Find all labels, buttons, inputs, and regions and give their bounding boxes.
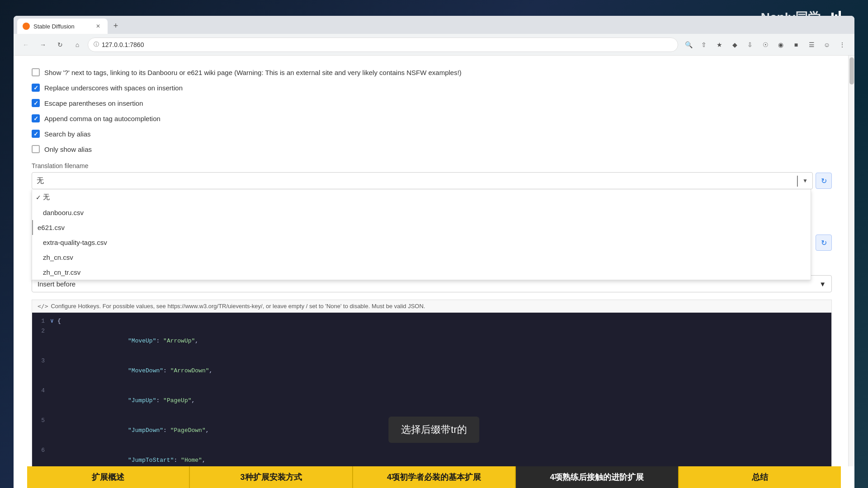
reload-button[interactable]: ↻	[53, 38, 67, 52]
show-question-mark-label: Show '?' next to tags, linking to its Da…	[44, 69, 462, 76]
tab-title: Stable Diffusion	[33, 23, 90, 30]
line-content-4: "JumpUp": "PageUp",	[57, 386, 831, 416]
dropdown-item-e621[interactable]: e621.csv	[32, 220, 811, 235]
line-indicator-1: ∨	[50, 316, 57, 326]
translation-dropdown-field: 无 │ ▼ ↻	[32, 172, 832, 189]
refresh-button-1[interactable]: ↻	[816, 173, 832, 189]
dropdown-item-zh-cn[interactable]: zh_cn.csv	[32, 250, 811, 265]
append-comma-checkbox[interactable]	[32, 114, 40, 122]
only-show-alias-label: Only show alias	[44, 145, 92, 153]
scrollbar-thumb[interactable]	[849, 57, 854, 84]
nav-actions: 🔍 ⇧ ★ ◆ ⇩ ☉ ◉ ■ ☰ ☺ ⋮	[682, 38, 849, 52]
line-content-1: {	[57, 316, 831, 326]
bottom-bar: 扩展概述 3种扩展安装方式 4项初学者必装的基本扩展 4项熟练后接触的进阶扩展 …	[27, 466, 841, 488]
extension-icon-2[interactable]: ⇩	[743, 38, 757, 52]
bottom-item-basic[interactable]: 4项初学者必装的基本扩展	[353, 466, 516, 488]
line-indicator-3	[50, 356, 57, 386]
line-indicator-2	[50, 326, 57, 356]
security-icon: ⓘ	[94, 41, 99, 48]
bottom-item-advanced[interactable]: 4项熟练后接触的进阶扩展	[516, 466, 679, 488]
bottom-item-install[interactable]: 3种扩展安装方式	[190, 466, 353, 488]
nav-bar: ← → ↻ ⌂ ⓘ 127.0.0.1:7860 🔍 ⇧ ★ ◆ ⇩ ☉ ◉ ■…	[14, 34, 854, 56]
only-show-alias-row: Only show alias	[32, 141, 832, 157]
show-question-mark-checkbox[interactable]	[32, 68, 40, 76]
bookmark-icon[interactable]: ★	[712, 38, 726, 52]
tab-favicon	[23, 23, 30, 30]
address-bar[interactable]: ⓘ 127.0.0.1:7860	[88, 38, 678, 52]
code-line-2: 2 "MoveUp": "ArrowUp",	[32, 326, 831, 356]
line-content-2: "MoveUp": "ArrowUp",	[57, 326, 831, 356]
search-by-alias-row: Search by alias	[32, 126, 832, 141]
mode-dropdown-arrow-icon: ▼	[819, 280, 826, 288]
back-button[interactable]: ←	[19, 38, 33, 52]
extension-icon-3[interactable]: ☉	[759, 38, 772, 52]
line-num-5: 5	[32, 416, 50, 446]
home-button[interactable]: ⌂	[71, 38, 84, 52]
new-tab-button[interactable]: +	[109, 19, 122, 32]
forward-button[interactable]: →	[36, 38, 50, 52]
escape-parentheses-label: Escape parentheses on insertion	[44, 99, 143, 107]
code-hint-text: Configure Hotkeys. For possible values, …	[51, 303, 425, 310]
floating-subtitle: 选择后缀带tr的	[388, 417, 479, 443]
code-line-4: 4 "JumpUp": "PageUp",	[32, 386, 831, 416]
extension-icon-1[interactable]: ◆	[728, 38, 741, 52]
line-indicator-4	[50, 386, 57, 416]
scrollbar[interactable]	[848, 56, 854, 466]
extension-icon-4[interactable]: ◉	[774, 38, 788, 52]
code-line-1: 1 ∨ {	[32, 316, 831, 326]
search-by-alias-checkbox[interactable]	[32, 130, 40, 138]
line-content-3: "MoveDown": "ArrowDown",	[57, 356, 831, 386]
append-comma-row: Append comma on tag autocompletion	[32, 111, 832, 126]
line-indicator-5	[50, 416, 57, 446]
dropdown-item-danbooru[interactable]: danbooru.csv	[32, 205, 811, 220]
translation-dropdown-container: 无 │ ▼ ↻ 无 danbooru.csv e621.csv	[32, 172, 832, 189]
address-text: 127.0.0.1:7860	[102, 41, 144, 48]
code-hint: </> Configure Hotkeys. For possible valu…	[32, 300, 832, 312]
only-show-alias-checkbox[interactable]	[32, 145, 40, 153]
profile-icon[interactable]: ☺	[820, 38, 834, 52]
replace-underscores-label: Replace underscores with spaces on inser…	[44, 84, 183, 92]
sidebar-icon[interactable]: ☰	[805, 38, 818, 52]
line-num-4: 4	[32, 386, 50, 416]
search-by-alias-label: Search by alias	[44, 130, 91, 138]
translation-filename-label: Translation filename	[32, 162, 832, 169]
translation-dropdown-list: 无 danbooru.csv e621.csv extra-quality-ta…	[32, 189, 811, 280]
code-section: </> Configure Hotkeys. For possible valu…	[32, 300, 832, 488]
bottom-item-summary[interactable]: 总结	[679, 466, 841, 488]
replace-underscores-checkbox[interactable]	[32, 84, 40, 92]
escape-parentheses-checkbox[interactable]	[32, 99, 40, 107]
bottom-item-overview[interactable]: 扩展概述	[27, 466, 190, 488]
line-num-2: 2	[32, 326, 50, 356]
escape-parentheses-row: Escape parentheses on insertion	[32, 95, 832, 111]
menu-icon[interactable]: ⋮	[835, 38, 849, 52]
show-question-mark-row: Show '?' next to tags, linking to its Da…	[32, 65, 832, 80]
translation-dropdown-input[interactable]: 无 │ ▼	[32, 172, 813, 189]
browser-window: Stable Diffusion ✕ + ← → ↻ ⌂ ⓘ 127.0.0.1…	[14, 16, 854, 488]
active-tab[interactable]: Stable Diffusion ✕	[17, 19, 108, 34]
line-num-3: 3	[32, 356, 50, 386]
refresh-button-2[interactable]: ↻	[816, 235, 832, 251]
line-num-1: 1	[32, 316, 50, 326]
search-icon[interactable]: 🔍	[682, 38, 695, 52]
append-comma-label: Append comma on tag autocompletion	[44, 115, 160, 122]
tab-close-button[interactable]: ✕	[94, 22, 102, 30]
dropdown-item-none[interactable]: 无	[32, 189, 811, 205]
tab-bar: Stable Diffusion ✕ +	[14, 16, 854, 34]
share-icon[interactable]: ⇧	[697, 38, 711, 52]
mode-value: Insert before	[38, 280, 75, 288]
code-icon: </>	[38, 303, 48, 310]
translation-value: 无	[37, 176, 44, 186]
code-editor[interactable]: 1 ∨ { 2 "MoveUp": "ArrowUp",	[32, 312, 832, 488]
dropdown-item-zh-cn-tr[interactable]: zh_cn_tr.csv	[32, 265, 811, 280]
dropdown-arrow-icon: ▼	[802, 178, 808, 184]
replace-underscores-row: Replace underscores with spaces on inser…	[32, 80, 832, 95]
extension-icon-5[interactable]: ■	[789, 38, 803, 52]
dropdown-item-extra-quality[interactable]: extra-quality-tags.csv	[32, 235, 811, 250]
cursor-icon: │	[795, 176, 801, 186]
code-line-3: 3 "MoveDown": "ArrowDown",	[32, 356, 831, 386]
